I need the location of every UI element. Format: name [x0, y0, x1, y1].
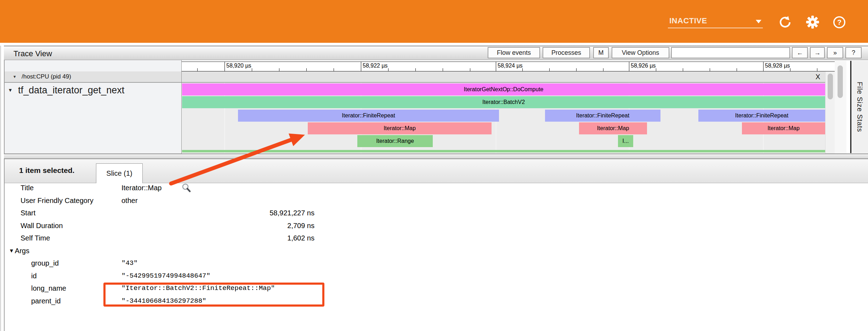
flow-events-button[interactable]: Flow events [488, 47, 540, 58]
timeline-events[interactable]: IteratorGetNextOp::DoComputeIterator::Ba… [182, 83, 825, 153]
trace-slice[interactable]: Iterator::FiniteRepeat [238, 110, 499, 122]
ruler-minor-tick [549, 68, 550, 71]
tab-slice[interactable]: Slice (1) [96, 163, 143, 183]
collapse-args-icon[interactable]: ▼ [9, 248, 14, 254]
metadata-button[interactable]: M [593, 47, 609, 58]
trace-slice[interactable]: IteratorGetNextOp::DoCompute [182, 83, 825, 95]
thread-track-label[interactable]: ▾tf_data_iterator_get_next [9, 85, 124, 96]
arg-value: "-344106684136297288" [121, 297, 206, 305]
trace-view-title: Trace View [13, 49, 52, 58]
window-left-edge [0, 46, 1, 331]
panel-vertical-scrollbar[interactable] [835, 61, 846, 153]
details-field-label: Title [21, 184, 34, 192]
trace-slice[interactable]: Iterator::BatchV2 [182, 96, 825, 108]
details-field-label: Wall Duration [21, 222, 63, 230]
ruler-major-tick [361, 62, 361, 71]
panel-divider[interactable] [4, 153, 868, 159]
arg-value: "-5429951974994848647" [121, 272, 210, 280]
ruler-minor-tick [443, 68, 443, 71]
process-track-title: /host:CPU (pid 49) [22, 73, 71, 80]
ruler-major-tick [496, 62, 496, 71]
details-field-label: Self Time [21, 234, 50, 242]
details-field-label: User Friendly Category [21, 197, 93, 205]
refresh-icon[interactable] [778, 16, 792, 29]
ruler-tick-label: 58,920 µs [226, 63, 251, 69]
label-timeline-divider [181, 60, 182, 153]
details-row: TitleIterator::Map [5, 184, 868, 194]
toolbar-help-button[interactable]: ? [845, 47, 862, 58]
file-size-stats-label: File Size Stats [856, 82, 864, 132]
ruler-minor-tick [415, 68, 416, 71]
trace-slice-label: Iterator::Map [767, 125, 800, 132]
arg-key: parent_id [31, 297, 61, 305]
view-options-button[interactable]: View Options [612, 47, 669, 58]
ruler-minor-tick [334, 68, 334, 71]
details-row: group_id"43" [5, 259, 868, 270]
ruler-minor-tick [470, 68, 470, 71]
ruler-tick-label: 58,924 µs [498, 63, 523, 69]
ruler-tick-label: 58,928 µs [765, 63, 790, 69]
collapse-thread-icon[interactable]: ▾ [9, 87, 12, 93]
ruler-minor-tick [817, 68, 817, 71]
help-icon[interactable]: ? [833, 16, 846, 29]
trace-slice[interactable] [182, 150, 825, 152]
collapse-process-icon[interactable]: ▾ [13, 74, 16, 79]
processes-button[interactable]: Processes [543, 47, 590, 58]
trace-slice-label: Iterator::Map [597, 125, 629, 132]
trace-slice[interactable]: I... [618, 135, 633, 147]
trace-slice[interactable]: Iterator::Map [579, 122, 647, 134]
ruler-minor-tick [279, 68, 279, 71]
process-track-header[interactable]: ▾ /host:CPU (pid 49) X [5, 71, 825, 83]
find-prev-button[interactable]: ← [792, 47, 808, 58]
details-row: Start58,921,227 ns [5, 209, 868, 220]
details-field-value: other [121, 197, 138, 205]
trace-slice-label: I... [623, 138, 629, 144]
details-row: Wall Duration2,709 ns [5, 222, 868, 232]
trace-slice[interactable]: Iterator::Map [742, 122, 825, 134]
run-selector[interactable]: INACTIVE [668, 15, 763, 28]
ruler-minor-tick [388, 68, 388, 71]
ruler-major-tick [763, 62, 764, 71]
args-section-header[interactable]: ▼Args [9, 247, 29, 255]
panel-scrollbar-thumb[interactable] [838, 65, 843, 98]
details-row: User Friendly Categoryother [5, 197, 868, 207]
details-field-value: 1,602 ns [121, 234, 314, 242]
trace-slice[interactable]: Iterator::FiniteRepeat [698, 110, 825, 122]
close-track-button[interactable]: X [816, 73, 820, 81]
find-next-button[interactable]: → [810, 47, 825, 58]
trace-slice-label: Iterator::FiniteRepeat [342, 112, 395, 119]
ruler-major-tick [225, 62, 225, 71]
ruler-tick-label: 58,926 µs [631, 63, 656, 69]
ruler-minor-tick [306, 68, 307, 71]
ruler-scale: 58,920 µs58,922 µs58,924 µs58,926 µs58,9… [182, 62, 835, 71]
slice-details-panel: TitleIterator::MapUser Friendly Category… [5, 183, 868, 331]
ruler-major-tick [629, 62, 629, 71]
timeline-vertical-scrollbar[interactable] [825, 71, 835, 153]
timeline-scrollbar-thumb[interactable] [828, 74, 833, 99]
more-tools-button[interactable]: » [827, 47, 843, 58]
trace-slice-label: Iterator::FiniteRepeat [576, 112, 629, 119]
trace-slice-label: Iterator::Range [376, 138, 414, 144]
trace-slice[interactable]: Iterator::Range [357, 135, 433, 147]
arg-key: long_name [31, 284, 66, 292]
details-field-value: 58,921,227 ns [121, 209, 314, 217]
trace-slice[interactable]: Iterator::FiniteRepeat [545, 110, 660, 122]
trace-slice[interactable]: Iterator::Map [308, 122, 492, 134]
find-input[interactable] [671, 47, 790, 58]
details-row: Self Time1,602 ns [5, 234, 868, 245]
details-field-value: 2,709 ns [121, 222, 314, 230]
time-ruler[interactable]: 58,920 µs58,922 µs58,924 µs58,926 µs58,9… [182, 62, 835, 71]
ruler-minor-tick [656, 68, 656, 71]
gear-icon[interactable] [805, 15, 820, 29]
ruler-minor-tick [790, 68, 790, 71]
svg-text:?: ? [837, 18, 841, 26]
chevron-down-icon [756, 20, 761, 23]
file-size-stats-tab[interactable]: File Size Stats [850, 61, 868, 153]
ruler-minor-tick [252, 68, 252, 71]
ruler-tick-label: 58,922 µs [363, 63, 388, 69]
ruler-minor-tick [603, 68, 603, 71]
trace-slice-label: IteratorGetNextOp::DoCompute [464, 86, 544, 93]
arg-key: id [31, 272, 37, 280]
ruler-minor-tick [197, 68, 198, 71]
arg-value: "Iterator::BatchV2::FiniteRepeat::Map" [121, 284, 275, 292]
